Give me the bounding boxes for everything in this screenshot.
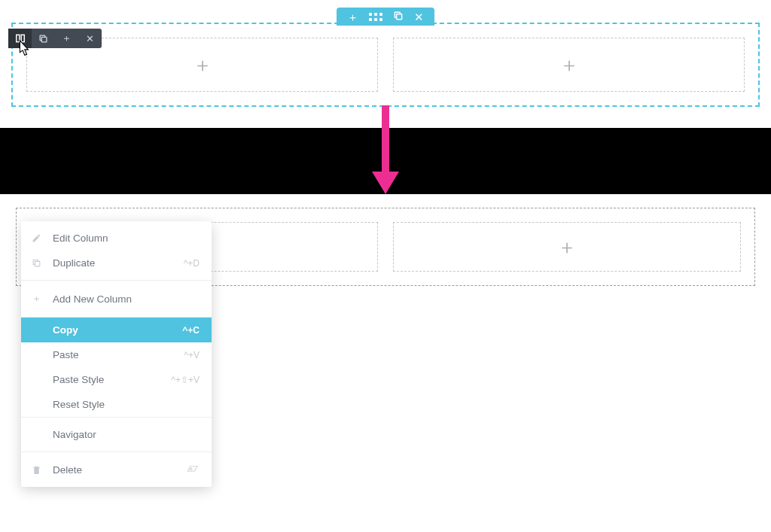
context-menu: Edit Column Duplicate ^+D ＋ Add New Colu… xyxy=(21,221,212,487)
menu-label: Duplicate xyxy=(53,257,184,269)
menu-item-paste-style[interactable]: Paste Style ^+⇧+V xyxy=(21,367,212,392)
close-icon[interactable]: ✕ xyxy=(414,11,424,23)
menu-label: Edit Column xyxy=(53,233,200,244)
shortcut-label: ^+V xyxy=(184,350,200,360)
menu-item-copy[interactable]: Copy ^+C xyxy=(21,318,212,342)
copy-icon xyxy=(32,258,45,268)
menu-label: Paste xyxy=(53,349,184,360)
column-placeholder-right[interactable]: ＋ xyxy=(393,38,745,92)
plus-icon[interactable]: ＋ xyxy=(347,11,358,23)
plus-icon: ＋ xyxy=(32,292,45,306)
menu-item-add-column[interactable]: ＋ Add New Column xyxy=(21,285,212,312)
column-placeholder-right[interactable]: ＋ xyxy=(393,222,741,272)
menu-item-delete[interactable]: Delete xyxy=(21,457,212,482)
svg-rect-0 xyxy=(397,14,402,20)
menu-item-paste[interactable]: Paste ^+V xyxy=(21,342,212,367)
menu-label: Paste Style xyxy=(53,374,171,385)
duplicate-button[interactable] xyxy=(32,29,55,48)
menu-label: Copy xyxy=(53,324,182,336)
menu-label: Delete xyxy=(53,464,186,476)
column-edit-button[interactable] xyxy=(8,29,32,48)
pencil-icon xyxy=(32,233,45,243)
menu-item-navigator[interactable]: Navigator xyxy=(21,422,212,447)
erase-icon xyxy=(186,464,200,476)
menu-item-edit-column[interactable]: Edit Column xyxy=(21,226,212,251)
section-handle[interactable]: ＋ ✕ xyxy=(337,8,434,26)
menu-label: Reset Style xyxy=(53,399,200,410)
menu-item-reset-style[interactable]: Reset Style xyxy=(21,392,212,417)
trash-icon xyxy=(32,465,45,475)
svg-rect-3 xyxy=(41,37,47,42)
menu-label: Add New Column xyxy=(53,293,200,305)
svg-rect-2 xyxy=(21,35,24,41)
shortcut-label: ^+D xyxy=(184,258,200,269)
grip-icon[interactable] xyxy=(369,13,382,21)
shortcut-label: ^+⇧+V xyxy=(171,375,200,385)
svg-rect-6 xyxy=(35,261,40,266)
svg-marker-5 xyxy=(372,172,399,194)
column-toolbar: ＋ ✕ xyxy=(8,29,102,48)
annotation-arrow-icon xyxy=(369,105,402,199)
remove-button[interactable]: ✕ xyxy=(78,29,102,48)
section-selected[interactable]: ＋ ＋ xyxy=(11,23,760,107)
add-button[interactable]: ＋ xyxy=(55,29,78,48)
copy-icon[interactable] xyxy=(393,11,404,23)
shortcut-label: ^+C xyxy=(182,325,200,336)
menu-label: Navigator xyxy=(53,429,200,440)
svg-rect-1 xyxy=(16,35,19,41)
menu-item-duplicate[interactable]: Duplicate ^+D xyxy=(21,251,212,275)
